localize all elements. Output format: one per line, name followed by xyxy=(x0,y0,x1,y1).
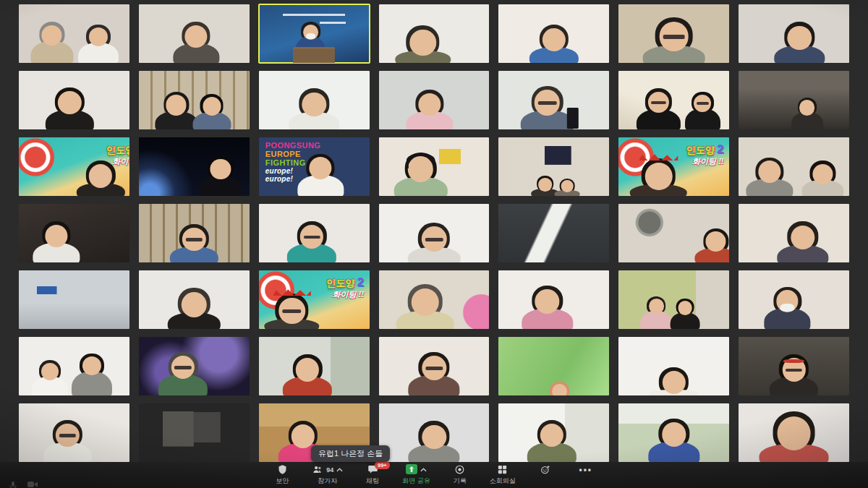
video-tile[interactable] xyxy=(379,4,490,63)
participant-count: 94 xyxy=(326,466,333,474)
phone-prop xyxy=(567,108,578,129)
participant-silhouette xyxy=(263,289,320,329)
glasses-prop xyxy=(538,101,556,105)
participant-silhouette xyxy=(543,382,576,395)
video-tile[interactable] xyxy=(498,204,609,262)
glasses-prop xyxy=(651,101,666,104)
video-tile[interactable] xyxy=(19,337,129,395)
video-tile[interactable] xyxy=(739,137,849,196)
participant-silhouette xyxy=(169,224,219,262)
participant-silhouette xyxy=(776,221,829,262)
participant-silhouette xyxy=(32,221,80,262)
video-tile[interactable] xyxy=(259,337,370,395)
breakout-rooms-button[interactable]: 소회의실 xyxy=(490,464,516,486)
participant-silhouette xyxy=(71,354,113,395)
breakout-rooms-label: 소회의실 xyxy=(490,476,516,486)
participant-silhouette xyxy=(286,221,337,262)
video-tile[interactable] xyxy=(259,204,370,262)
glasses-prop xyxy=(59,434,76,437)
more-icon: ••• xyxy=(579,466,592,474)
video-tile[interactable] xyxy=(618,337,729,395)
headset-prop xyxy=(407,153,435,168)
chat-unread-badge: 99+ xyxy=(375,461,390,469)
participant-silhouette xyxy=(647,419,700,462)
video-tile[interactable] xyxy=(379,337,490,395)
video-tile[interactable] xyxy=(379,71,490,129)
video-tile[interactable] xyxy=(139,270,250,329)
participants-icon xyxy=(312,464,323,476)
video-tile[interactable] xyxy=(618,71,729,129)
video-tile[interactable] xyxy=(19,204,129,262)
participant-silhouette xyxy=(393,153,448,196)
video-tile[interactable] xyxy=(618,270,729,329)
participant-silhouette xyxy=(745,158,793,196)
participant-silhouette xyxy=(166,288,221,329)
video-tile[interactable] xyxy=(498,137,609,196)
face-mask-prop xyxy=(306,33,315,39)
more-button[interactable]: ••• xyxy=(575,464,597,476)
security-button[interactable]: 보안 xyxy=(271,464,293,486)
video-tile[interactable] xyxy=(139,337,250,395)
video-tile[interactable] xyxy=(139,71,250,129)
share-screen-button[interactable]: 화면 공유 xyxy=(402,464,430,486)
record-label: 기록 xyxy=(454,476,467,486)
video-tile-active-speaker[interactable] xyxy=(259,4,370,63)
video-tile[interactable] xyxy=(139,4,250,63)
participant-silhouette xyxy=(773,22,826,63)
video-tile[interactable] xyxy=(739,403,849,462)
video-tile[interactable] xyxy=(379,403,490,462)
video-tile[interactable] xyxy=(139,403,250,462)
participant-silhouette xyxy=(198,156,242,196)
video-tile[interactable] xyxy=(379,270,490,329)
meeting-gallery: 인도양2화이팅 !!POONGSUNGEUROPEFIGHTINGeurope!… xyxy=(19,4,849,462)
video-tile[interactable] xyxy=(739,71,849,129)
video-tile[interactable] xyxy=(498,270,609,329)
video-tile[interactable] xyxy=(19,71,129,129)
glasses-prop xyxy=(425,238,443,241)
participant-silhouette xyxy=(31,360,69,395)
glasses-prop xyxy=(697,102,709,105)
participants-chevron[interactable] xyxy=(336,466,343,474)
video-tile[interactable] xyxy=(379,137,490,196)
video-tile[interactable] xyxy=(618,4,729,63)
participant-silhouette xyxy=(629,154,689,196)
video-tile[interactable] xyxy=(19,270,129,329)
mic-icon[interactable] xyxy=(9,481,17,488)
participant-silhouette xyxy=(521,286,574,329)
share-screen-chevron[interactable] xyxy=(420,466,427,474)
video-tile[interactable] xyxy=(139,204,250,262)
reactions-button[interactable] xyxy=(535,464,556,476)
participant-silhouette xyxy=(639,296,673,329)
video-tile[interactable] xyxy=(498,71,609,129)
video-tile[interactable]: POONGSUNGEUROPEFIGHTINGeurope!europe! xyxy=(259,137,370,196)
glasses-prop xyxy=(282,309,301,313)
video-tile[interactable] xyxy=(259,71,370,129)
video-tile[interactable]: 인도양2화이팅 !! xyxy=(19,137,129,196)
video-tile[interactable] xyxy=(139,137,250,196)
video-tile[interactable] xyxy=(19,4,129,63)
video-tile[interactable] xyxy=(19,403,129,462)
camera-icon[interactable] xyxy=(27,481,38,488)
record-button[interactable]: 기록 xyxy=(449,464,471,486)
video-tile[interactable] xyxy=(739,337,849,395)
participant-silhouette xyxy=(519,86,574,129)
video-tile[interactable] xyxy=(498,403,609,462)
video-tile[interactable] xyxy=(739,204,849,262)
video-tile[interactable] xyxy=(739,4,849,63)
video-tile[interactable] xyxy=(379,204,490,262)
video-tile[interactable] xyxy=(498,337,609,395)
participant-silhouette xyxy=(395,284,455,329)
participant-silhouette xyxy=(642,17,706,63)
video-tile[interactable] xyxy=(618,204,729,262)
video-tile[interactable] xyxy=(498,4,609,63)
video-tile[interactable] xyxy=(739,270,849,329)
video-tile[interactable]: 인도양2화이팅 !! xyxy=(618,137,729,196)
video-tile[interactable]: 인도양2화이팅 !! xyxy=(259,270,370,329)
participants-button[interactable]: 94참가자 xyxy=(312,464,343,486)
share-screen-label: 화면 공유 xyxy=(402,476,430,486)
participant-silhouette xyxy=(158,352,208,395)
participant-silhouette xyxy=(394,25,451,63)
video-tile[interactable] xyxy=(618,403,729,462)
name-tooltip: 유럽1 나은정 손들 xyxy=(311,445,390,462)
chat-button[interactable]: 99+채팅 xyxy=(362,464,383,486)
